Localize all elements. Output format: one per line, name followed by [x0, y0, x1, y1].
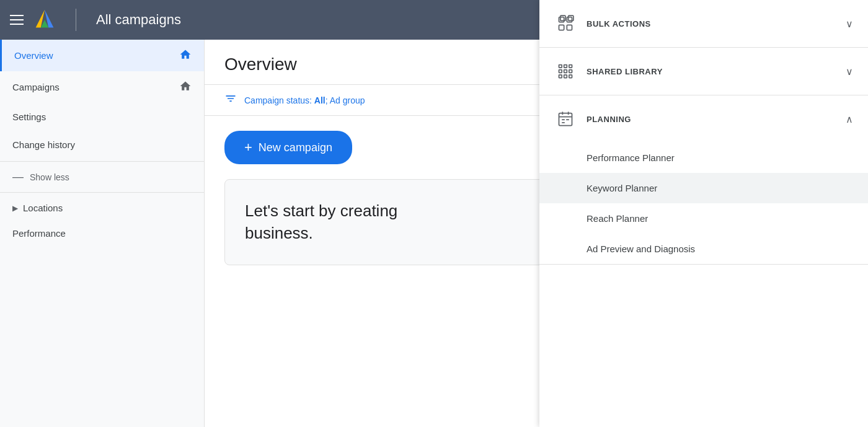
- sidebar-item-change-history[interactable]: Change history: [0, 131, 204, 159]
- planning-icon: [554, 108, 577, 130]
- planning-title: PLANNING: [587, 115, 846, 124]
- planning-chevron: ∧: [846, 113, 853, 125]
- sidebar-item-performance[interactable]: Performance: [0, 221, 204, 246]
- ad-preview-item[interactable]: Ad Preview and Diagnosis: [539, 234, 868, 264]
- page-title: All campaigns: [96, 12, 181, 28]
- svg-rect-12: [569, 65, 572, 68]
- svg-rect-10: [559, 65, 562, 68]
- svg-rect-8: [560, 15, 565, 20]
- minus-icon: —: [12, 170, 24, 183]
- home-icon: [179, 48, 192, 63]
- hamburger-button[interactable]: [10, 15, 24, 25]
- new-campaign-label: New campaign: [259, 141, 332, 154]
- shared-library-title: SHARED LIBRARY: [587, 67, 846, 76]
- svg-rect-14: [564, 70, 567, 73]
- planning-header[interactable]: PLANNING ∧: [539, 95, 868, 143]
- sidebar-item-performance-label: Performance: [12, 228, 66, 239]
- sidebar-item-campaigns[interactable]: Campaigns: [0, 71, 204, 103]
- sidebar-item-campaigns-label: Campaigns: [12, 82, 60, 92]
- sidebar-divider-2: [0, 192, 204, 193]
- bulk-actions-section: BULK ACTIONS ∨: [539, 0, 868, 48]
- filter-icon: [224, 92, 237, 108]
- keyword-planner-item[interactable]: Keyword Planner: [539, 173, 868, 203]
- shared-library-icon: [554, 60, 577, 82]
- filter-text[interactable]: Campaign status: All; Ad group: [244, 95, 365, 105]
- svg-rect-4: [559, 17, 564, 22]
- sidebar-item-overview-label: Overview: [14, 50, 53, 61]
- sidebar-item-settings-label: Settings: [12, 112, 46, 122]
- shared-library-header[interactable]: SHARED LIBRARY ∨: [539, 48, 868, 95]
- svg-rect-16: [559, 75, 562, 78]
- svg-rect-17: [564, 75, 567, 78]
- sidebar-item-settings[interactable]: Settings: [0, 103, 204, 131]
- svg-rect-9: [569, 15, 574, 20]
- sidebar-item-locations-label: Locations: [23, 203, 63, 213]
- svg-rect-13: [559, 70, 562, 73]
- expand-arrow-icon: ▶: [12, 204, 18, 213]
- bulk-actions-title: BULK ACTIONS: [587, 19, 846, 29]
- sidebar: Overview Campaigns Settings Change histo…: [0, 40, 205, 427]
- main-layout: Overview Campaigns Settings Change histo…: [0, 40, 868, 427]
- shared-library-section: SHARED LIBRARY ∨: [539, 48, 868, 95]
- sidebar-item-change-history-label: Change history: [12, 139, 75, 150]
- bulk-actions-icon: [554, 12, 577, 35]
- sidebar-divider: [0, 161, 204, 162]
- bulk-actions-header[interactable]: BULK ACTIONS ∨: [539, 0, 868, 47]
- planning-section: PLANNING ∧ Performance Planner Keyword P…: [539, 95, 868, 265]
- header-divider: [76, 9, 76, 31]
- reach-planner-item[interactable]: Reach Planner: [539, 203, 868, 234]
- svg-rect-7: [567, 25, 572, 30]
- plus-icon: +: [244, 139, 252, 156]
- svg-rect-19: [559, 113, 572, 126]
- show-less-label: Show less: [30, 172, 69, 182]
- svg-rect-11: [564, 65, 567, 68]
- svg-rect-15: [569, 70, 572, 73]
- svg-rect-6: [559, 25, 564, 30]
- shared-library-chevron: ∨: [846, 66, 853, 77]
- logo: [33, 9, 56, 31]
- dropdown-panel: BULK ACTIONS ∨: [539, 0, 868, 427]
- svg-rect-5: [567, 17, 572, 22]
- svg-rect-18: [569, 75, 572, 78]
- sidebar-item-locations[interactable]: ▶ Locations: [0, 195, 204, 221]
- new-campaign-button[interactable]: + New campaign: [224, 131, 352, 164]
- campaigns-home-icon: [179, 80, 192, 94]
- google-ads-logo-icon: [33, 9, 56, 31]
- performance-planner-item[interactable]: Performance Planner: [539, 143, 868, 173]
- bulk-actions-chevron: ∨: [846, 18, 853, 30]
- planning-items: Performance Planner Keyword Planner Reac…: [539, 143, 868, 264]
- sidebar-item-overview[interactable]: Overview: [0, 40, 204, 71]
- show-less-button[interactable]: — Show less: [0, 164, 204, 190]
